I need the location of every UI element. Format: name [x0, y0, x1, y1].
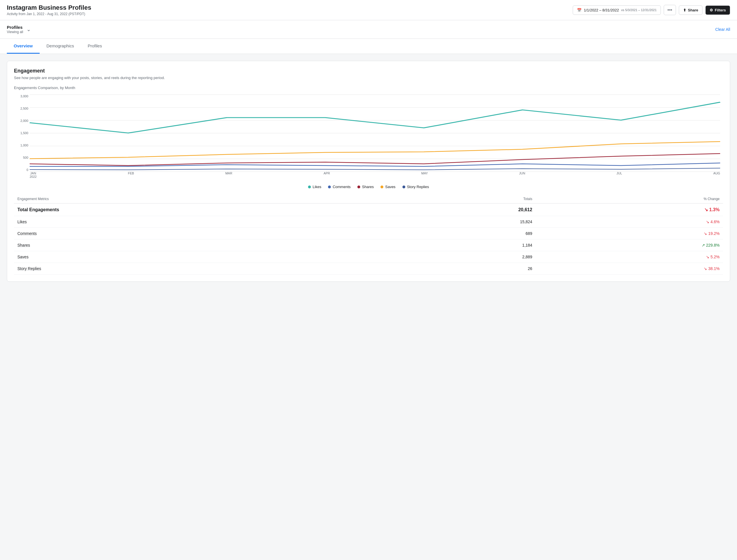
header-left: Instagram Business Profiles Activity fro…	[7, 4, 91, 16]
share-button[interactable]: ⬆ Share	[679, 5, 702, 15]
y-label-1500: 1,500	[14, 131, 28, 135]
legend-dot-saves	[380, 186, 383, 188]
share-label: Share	[688, 8, 698, 12]
legend-dot-likes	[308, 186, 311, 188]
tab-overview[interactable]: Overview	[7, 39, 40, 54]
profiles-info: Profiles Viewing all	[7, 25, 23, 34]
date-range-text: 1/1/2022 – 8/31/2022	[584, 8, 619, 12]
x-label-jul: JUL	[616, 172, 622, 180]
date-vs-text: vs 5/3/2021 – 12/31/2021	[621, 8, 657, 12]
metric-total-engagements: Total Engagements	[14, 204, 379, 216]
profiles-label: Profiles	[7, 25, 23, 30]
legend-story-replies[interactable]: Story Replies	[402, 185, 429, 189]
table-row-comments: Comments 689 ↘ 19.2%	[14, 228, 723, 239]
y-label-2000: 2,000	[14, 119, 28, 122]
shares-line	[30, 154, 720, 166]
legend-label-story-replies: Story Replies	[407, 185, 429, 189]
profiles-bar: Profiles Viewing all ⌄ Clear All	[0, 20, 737, 39]
legend-dot-comments	[328, 186, 331, 188]
metric-likes-label: Likes	[14, 216, 379, 228]
y-label-2500: 2,500	[14, 107, 28, 110]
table-row-total: Total Engagements 20,612 ↘ 1.3%	[14, 204, 723, 216]
x-label-jun: JUN	[519, 172, 525, 180]
metric-shares-change: ↗ 229.8%	[536, 239, 723, 251]
x-label-may: MAY	[421, 172, 428, 180]
engagement-card: Engagement See how people are engaging w…	[7, 61, 730, 282]
y-axis: 3,000 2,500 2,000 1,500 1,000 500 0	[14, 94, 28, 172]
legend-label-saves: Saves	[385, 185, 395, 189]
metric-shares-label: Shares	[14, 239, 379, 251]
metric-total-value: 20,612	[379, 204, 536, 216]
x-label-jan: JAN2022	[30, 172, 37, 180]
x-label-mar: MAR	[225, 172, 232, 180]
metric-saves-label: Saves	[14, 251, 379, 263]
date-range-button[interactable]: 📅 1/1/2022 – 8/31/2022 vs 5/3/2021 – 12/…	[573, 5, 661, 15]
filters-button[interactable]: ⚙ Filters	[705, 5, 730, 15]
x-label-aug: AUG	[713, 172, 720, 180]
tab-profiles[interactable]: Profiles	[81, 39, 109, 54]
metric-comments-label: Comments	[14, 228, 379, 239]
chart-section: Engagements Comparison, by Month 3,000 2…	[14, 86, 723, 189]
y-label-500: 500	[14, 156, 28, 159]
metric-saves-change: ↘ 5.2%	[536, 251, 723, 263]
filters-label: Filters	[715, 8, 726, 12]
y-label-1000: 1,000	[14, 144, 28, 147]
col-header-totals: Totals	[379, 195, 536, 204]
clear-all-button[interactable]: Clear All	[715, 27, 730, 32]
chart-area	[30, 94, 720, 172]
x-label-apr: APR	[324, 172, 330, 180]
share-icon: ⬆	[683, 8, 686, 12]
profiles-sublabel: Viewing all	[7, 30, 23, 34]
page-subtitle: Activity from Jan 1, 2022 - Aug 31, 2022…	[7, 12, 91, 16]
metric-likes-value: 15,824	[379, 216, 536, 228]
chevron-down-icon: ⌄	[27, 26, 31, 33]
page-header: Instagram Business Profiles Activity fro…	[0, 0, 737, 20]
legend-likes[interactable]: Likes	[308, 185, 321, 189]
col-header-change: % Change	[536, 195, 723, 204]
story-replies-line	[30, 168, 720, 170]
filters-icon: ⚙	[710, 8, 713, 12]
legend-dot-shares	[358, 186, 360, 188]
comments-line	[30, 163, 720, 166]
metric-story-replies-change: ↘ 38.1%	[536, 263, 723, 275]
legend-saves[interactable]: Saves	[380, 185, 395, 189]
tabs-bar: Overview Demographics Profiles	[0, 39, 737, 54]
legend-comments[interactable]: Comments	[328, 185, 351, 189]
chart-legend: Likes Comments Shares Saves Story Replie…	[14, 185, 723, 189]
x-label-feb: FEB	[128, 172, 134, 180]
engagement-subtitle: See how people are engaging with your po…	[14, 76, 723, 80]
calendar-icon: 📅	[577, 8, 581, 12]
legend-dot-story-replies	[402, 186, 405, 188]
legend-shares[interactable]: Shares	[358, 185, 373, 189]
metric-shares-value: 1,184	[379, 239, 536, 251]
legend-label-likes: Likes	[313, 185, 321, 189]
engagement-title: Engagement	[14, 68, 723, 74]
metric-story-replies-value: 26	[379, 263, 536, 275]
table-row-likes: Likes 15,824 ↘ 4.6%	[14, 216, 723, 228]
likes-line	[30, 102, 720, 133]
y-label-3000: 3,000	[14, 94, 28, 98]
metric-total-change: ↘ 1.3%	[536, 204, 723, 216]
header-right: 📅 1/1/2022 – 8/31/2022 vs 5/3/2021 – 12/…	[573, 5, 730, 15]
x-axis: JAN2022 FEB MAR APR MAY JUN JUL AUG	[30, 172, 720, 180]
chart-label: Engagements Comparison, by Month	[14, 86, 723, 90]
table-row-story-replies: Story Replies 26 ↘ 38.1%	[14, 263, 723, 275]
more-button[interactable]: •••	[664, 5, 676, 15]
page-title: Instagram Business Profiles	[7, 4, 91, 11]
tab-demographics[interactable]: Demographics	[40, 39, 81, 54]
y-label-0: 0	[14, 168, 28, 172]
col-header-metric: Engagement Metrics	[14, 195, 379, 204]
main-content: Engagement See how people are engaging w…	[0, 54, 737, 294]
legend-label-comments: Comments	[333, 185, 351, 189]
metric-likes-change: ↘ 4.6%	[536, 216, 723, 228]
table-row-saves: Saves 2,889 ↘ 5.2%	[14, 251, 723, 263]
chart-svg	[30, 94, 720, 172]
metric-comments-change: ↘ 19.2%	[536, 228, 723, 239]
metric-story-replies-label: Story Replies	[14, 263, 379, 275]
chart-container: 3,000 2,500 2,000 1,500 1,000 500 0	[14, 94, 723, 180]
metric-comments-value: 689	[379, 228, 536, 239]
metric-saves-value: 2,889	[379, 251, 536, 263]
profiles-dropdown[interactable]: Profiles Viewing all ⌄	[7, 25, 31, 34]
table-row-shares: Shares 1,184 ↗ 229.8%	[14, 239, 723, 251]
engagement-metrics-table: Engagement Metrics Totals % Change Total…	[14, 195, 723, 275]
